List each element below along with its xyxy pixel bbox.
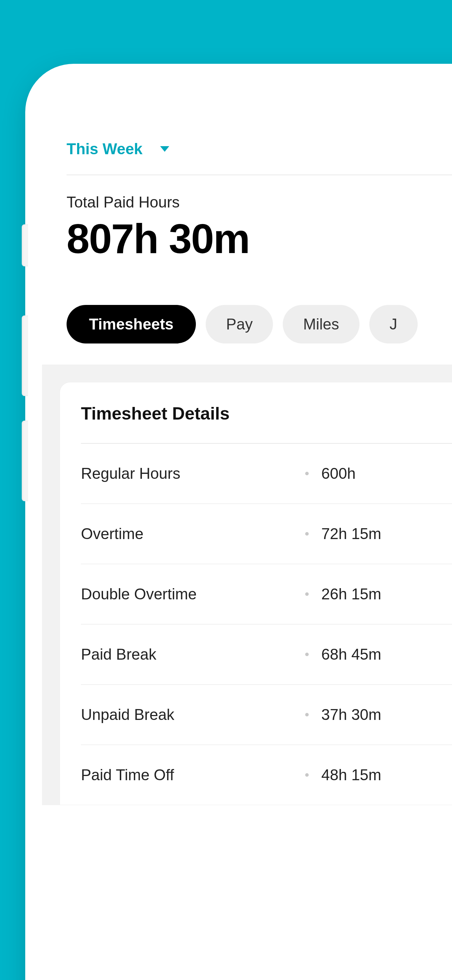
app-screen: This Week Total Paid Hours 807h 30m (42, 81, 452, 980)
details-background: Timesheet Details Regular Hours 600h Ove… (42, 364, 452, 805)
detail-row-unpaid-break: Unpaid Break 37h 30m (81, 685, 452, 745)
detail-row-double-overtime: Double Overtime 26h 15m (81, 564, 452, 625)
period-header: This Week (67, 140, 452, 175)
phone-side-button (22, 315, 28, 396)
tab-timesheets[interactable]: Timesheets (67, 305, 196, 344)
bullet-icon (305, 773, 309, 777)
timesheet-details-card: Timesheet Details Regular Hours 600h Ove… (60, 382, 452, 805)
detail-label: Unpaid Break (81, 706, 305, 724)
detail-label: Paid Time Off (81, 766, 305, 784)
detail-value: 600h (321, 465, 356, 482)
timesheet-details-title: Timesheet Details (81, 403, 452, 444)
detail-row-overtime: Overtime 72h 15m (81, 504, 452, 564)
period-selector[interactable]: This Week (67, 140, 169, 158)
tab-partial[interactable]: J (369, 305, 418, 344)
total-paid-hours-label: Total Paid Hours (67, 194, 250, 211)
tab-pay[interactable]: Pay (206, 305, 273, 344)
detail-label: Paid Break (81, 646, 305, 663)
detail-value: 48h 15m (321, 766, 381, 784)
detail-value: 68h 45m (321, 646, 381, 663)
detail-row-paid-time-off: Paid Time Off 48h 15m (81, 745, 452, 805)
total-section: Total Paid Hours 807h 30m (67, 175, 452, 259)
bullet-icon (305, 472, 309, 475)
bullet-icon (305, 652, 309, 656)
bullet-icon (305, 592, 309, 596)
detail-row-paid-break: Paid Break 68h 45m (81, 625, 452, 685)
caret-down-icon (160, 146, 169, 152)
detail-label: Regular Hours (81, 465, 305, 482)
detail-label: Overtime (81, 525, 305, 542)
period-label: This Week (67, 140, 143, 158)
phone-side-button (22, 224, 28, 266)
bullet-icon (305, 713, 309, 716)
phone-frame: This Week Total Paid Hours 807h 30m (32, 70, 452, 980)
detail-row-regular-hours: Regular Hours 600h (81, 444, 452, 504)
phone-side-button (22, 421, 28, 501)
detail-value: 72h 15m (321, 525, 381, 542)
tabs-row: Timesheets Pay Miles J (67, 305, 452, 344)
detail-label: Double Overtime (81, 585, 305, 603)
bullet-icon (305, 532, 309, 536)
tab-miles[interactable]: Miles (283, 305, 360, 344)
total-paid-hours-value: 807h 30m (67, 218, 250, 259)
detail-value: 37h 30m (321, 706, 381, 724)
detail-value: 26h 15m (321, 585, 381, 603)
